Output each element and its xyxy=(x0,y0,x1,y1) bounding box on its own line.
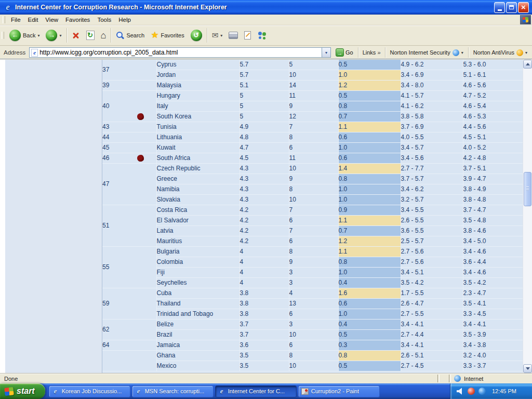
taskbar-button-label: Curruption2 - Paint xyxy=(311,388,359,394)
surveys-cell: 10 xyxy=(289,164,338,174)
address-label: Address xyxy=(4,49,25,56)
table-row: 39Malaysia5.1141.23.4 - 8.04.6 - 5.6 xyxy=(102,81,523,91)
sd-cell: 1.0 xyxy=(338,70,401,81)
norton-is-dropdown-icon[interactable]: ▾ xyxy=(461,50,463,55)
toolbar-separator xyxy=(66,28,67,43)
score-cell: 5 xyxy=(240,101,289,112)
score-cell: 4.2 xyxy=(240,205,289,216)
country-cell: Malaysia xyxy=(156,81,240,91)
favorites-button[interactable]: ★ Favorites xyxy=(148,26,188,44)
country-cell: Greece xyxy=(156,174,240,184)
range-cell: 3.8 - 5.8 xyxy=(401,112,463,122)
menu-help[interactable]: Help xyxy=(115,16,135,24)
window-title: Internet Center for Corruption Research … xyxy=(15,4,494,11)
print-button[interactable] xyxy=(225,26,241,44)
forward-dropdown-icon[interactable]: ▾ xyxy=(59,33,61,38)
address-input[interactable] xyxy=(39,48,322,57)
surveys-cell: 6 xyxy=(289,216,338,226)
menu-bar: File Edit View Favorites Tools Help xyxy=(0,15,532,25)
score-cell: 4.2 xyxy=(240,236,289,247)
refresh-button[interactable]: ↻ xyxy=(83,26,98,44)
clock[interactable]: 12:45 PM xyxy=(492,388,516,394)
norton-antivirus-label: Norton AntiVirus xyxy=(473,49,514,56)
menu-tools[interactable]: Tools xyxy=(94,16,115,24)
range-cell: 3.6 - 5.5 xyxy=(401,226,463,236)
history-button[interactable]: ↺ xyxy=(188,26,205,44)
taskbar-button-label: MSN Search: corrupti... xyxy=(145,388,204,394)
back-button[interactable]: ← Back ▾ xyxy=(6,26,43,44)
search-label: Search xyxy=(126,32,144,38)
mail-button[interactable]: ✉ ▾ xyxy=(209,26,226,44)
zone-text: Internet xyxy=(464,376,483,382)
sd-cell: 0.4 xyxy=(338,320,401,330)
messenger-button[interactable] xyxy=(254,26,270,44)
forward-button[interactable]: → ▾ xyxy=(43,26,64,44)
back-label: Back xyxy=(23,32,35,38)
confidence-cell: 4.0 - 5.2 xyxy=(463,143,523,153)
table-row: 51Costa Rica4.270.93.4 - 5.53.7 - 4.7 xyxy=(102,205,523,216)
favorites-star-icon: ★ xyxy=(151,31,158,40)
home-button[interactable]: ⌂ xyxy=(98,26,110,44)
scroll-up-button[interactable] xyxy=(523,60,532,69)
address-dropdown-button[interactable]: ▾ xyxy=(322,48,330,57)
mail-icon: ✉ xyxy=(212,31,219,40)
maximize-button[interactable] xyxy=(506,2,517,13)
back-dropdown-icon[interactable]: ▾ xyxy=(37,33,39,38)
close-button[interactable]: × xyxy=(518,2,529,13)
security-icon[interactable] xyxy=(468,388,475,395)
taskbar-button[interactable]: eInternet Center for C... xyxy=(215,385,297,397)
confidence-cell: 3.9 - 4.7 xyxy=(463,174,523,184)
mail-dropdown-icon[interactable]: ▾ xyxy=(220,33,222,38)
network-icon[interactable] xyxy=(478,388,486,395)
menu-view[interactable]: View xyxy=(42,16,62,24)
norton-internet-security-button[interactable]: Norton Internet Security ▾ xyxy=(388,49,466,56)
score-cell: 4.9 xyxy=(240,122,289,132)
rank-cell: 47 xyxy=(102,164,156,205)
confidence-cell: 2.3 - 4.7 xyxy=(463,288,523,299)
norton-antivirus-button[interactable]: Norton AntiVirus ▾ xyxy=(471,49,530,56)
sd-cell: 1.0 xyxy=(338,143,401,153)
menu-file[interactable]: File xyxy=(7,16,24,24)
menu-edit[interactable]: Edit xyxy=(24,16,42,24)
volume-icon[interactable] xyxy=(457,388,464,395)
score-cell: 5.1 xyxy=(240,81,289,91)
cpi-table-body: 37Cyprus5.750.54.9 - 6.25.3 - 6.0Jordan5… xyxy=(102,60,523,371)
sd-cell: 1.1 xyxy=(338,122,401,132)
taskbar-button[interactable]: eKorean Job Discussio... xyxy=(49,385,130,397)
go-button[interactable]: → Go xyxy=(333,48,356,57)
vertical-scrollbar[interactable] xyxy=(523,60,532,373)
score-cell: 4.7 xyxy=(240,143,289,153)
maximize-icon xyxy=(509,5,514,9)
sd-cell: 0.8 xyxy=(338,101,401,112)
menu-favorites[interactable]: Favorites xyxy=(62,16,94,24)
toolbar-separator xyxy=(358,47,358,58)
title-bar[interactable]: e Internet Center for Corruption Researc… xyxy=(0,0,532,15)
surveys-cell: 10 xyxy=(289,195,338,205)
range-cell: 3.2 - 5.7 xyxy=(401,195,463,205)
start-button[interactable]: start xyxy=(0,383,45,399)
confidence-cell: 4.4 - 5.6 xyxy=(463,122,523,132)
confidence-cell: 3.7 - 4.7 xyxy=(463,205,523,216)
table-row: Ghana3.580.82.6 - 5.13.2 - 4.0 xyxy=(102,351,523,361)
edit-button[interactable] xyxy=(241,26,254,44)
scrollbar-thumb[interactable] xyxy=(524,172,531,206)
confidence-cell: 4.6 - 5.4 xyxy=(463,101,523,112)
search-button[interactable]: Search xyxy=(113,26,148,44)
search-icon xyxy=(116,31,124,39)
stop-button[interactable] xyxy=(69,26,83,44)
score-cell: 5 xyxy=(240,112,289,122)
favorites-label: Favorites xyxy=(161,32,184,38)
table-row: El Salvador4.261.12.6 - 5.53.5 - 4.8 xyxy=(102,216,523,226)
norton-av-dropdown-icon[interactable]: ▾ xyxy=(525,50,527,55)
taskbar-button[interactable]: Curruption2 - Paint xyxy=(298,385,380,397)
taskbar-button[interactable]: eMSN Search: corrupti... xyxy=(132,385,214,397)
links-button[interactable]: Links » xyxy=(361,49,383,56)
sd-cell: 0.5 xyxy=(338,60,401,70)
country-cell: Kuwait xyxy=(156,143,240,153)
country-cell: Ghana xyxy=(156,351,240,361)
surveys-cell: 13 xyxy=(289,299,338,309)
scroll-down-button[interactable] xyxy=(523,364,532,373)
sd-cell: 0.9 xyxy=(338,205,401,216)
minimize-button[interactable] xyxy=(494,2,505,13)
edit-icon xyxy=(244,31,251,39)
